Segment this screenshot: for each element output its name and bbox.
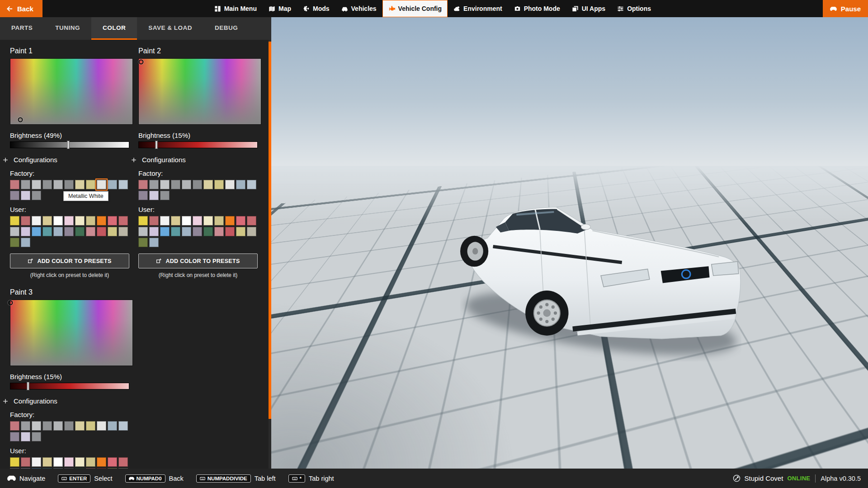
user-swatch[interactable] xyxy=(10,216,19,225)
factory-swatch[interactable] xyxy=(118,180,128,189)
user-swatch[interactable] xyxy=(64,227,74,236)
factory-swatch[interactable] xyxy=(21,432,30,441)
configurations-row[interactable]: Configurations xyxy=(10,156,133,164)
factory-swatch[interactable] xyxy=(160,191,170,200)
brightness-slider[interactable] xyxy=(10,383,129,389)
user-swatch[interactable] xyxy=(64,468,74,469)
user-swatch[interactable] xyxy=(108,227,117,236)
user-swatch[interactable] xyxy=(75,468,85,469)
user-swatch[interactable] xyxy=(32,216,41,225)
user-swatch[interactable] xyxy=(32,457,41,467)
user-swatch[interactable] xyxy=(21,238,30,247)
user-swatch[interactable] xyxy=(236,216,245,225)
tab-parts[interactable]: PARTS xyxy=(0,17,44,40)
factory-swatch[interactable] xyxy=(75,421,85,431)
factory-swatch[interactable] xyxy=(32,180,41,189)
viewport-3d[interactable] xyxy=(271,17,868,469)
factory-swatch[interactable] xyxy=(42,180,52,189)
user-swatch[interactable] xyxy=(97,216,106,225)
factory-swatch[interactable] xyxy=(160,180,170,189)
user-swatch[interactable] xyxy=(42,227,52,236)
user-swatch[interactable] xyxy=(10,468,19,469)
menu-item-ui-apps[interactable]: UI Apps xyxy=(566,0,611,17)
factory-swatch[interactable] xyxy=(64,421,74,431)
user-swatch[interactable] xyxy=(160,216,170,225)
user-swatch[interactable] xyxy=(21,468,30,469)
menu-item-vehicles[interactable]: Vehicles xyxy=(335,0,382,17)
user-swatch[interactable] xyxy=(108,468,117,469)
user-swatch[interactable] xyxy=(236,227,245,236)
user-swatch[interactable] xyxy=(108,216,117,225)
user-swatch[interactable] xyxy=(160,227,170,236)
tab-tuning[interactable]: TUNING xyxy=(44,17,91,40)
user-swatch[interactable] xyxy=(10,238,19,247)
brightness-handle[interactable] xyxy=(27,382,29,390)
factory-swatch[interactable] xyxy=(32,421,41,431)
user-swatch[interactable] xyxy=(75,457,85,467)
user-swatch[interactable] xyxy=(75,216,85,225)
brightness-handle[interactable] xyxy=(67,141,70,149)
user-swatch[interactable] xyxy=(86,216,95,225)
user-swatch[interactable] xyxy=(138,216,148,225)
tab-color[interactable]: COLOR xyxy=(91,17,137,40)
menu-item-vehicle-config[interactable]: Vehicle Config xyxy=(382,0,448,17)
user-swatch[interactable] xyxy=(149,227,159,236)
user-swatch[interactable] xyxy=(32,468,41,469)
factory-swatch[interactable] xyxy=(10,432,19,441)
menu-item-main-menu[interactable]: Main Menu xyxy=(208,0,263,17)
factory-swatch-selected[interactable] xyxy=(97,180,106,189)
user-swatch[interactable] xyxy=(203,216,213,225)
factory-swatch[interactable] xyxy=(236,180,245,189)
factory-swatch[interactable] xyxy=(32,432,41,441)
factory-swatch[interactable] xyxy=(32,191,41,200)
add-color-to-presets-button[interactable]: ADD COLOR TO PRESETS xyxy=(10,253,129,268)
user-swatch[interactable] xyxy=(21,216,30,225)
user-swatch[interactable] xyxy=(118,216,128,225)
factory-swatch[interactable] xyxy=(10,421,19,431)
user-swatch[interactable] xyxy=(214,216,224,225)
factory-swatch[interactable] xyxy=(75,180,85,189)
user-swatch[interactable] xyxy=(21,457,30,467)
factory-swatch[interactable] xyxy=(21,180,30,189)
user-swatch[interactable] xyxy=(149,238,159,247)
factory-swatch[interactable] xyxy=(203,180,213,189)
user-swatch[interactable] xyxy=(75,227,85,236)
factory-swatch[interactable] xyxy=(86,180,95,189)
factory-swatch[interactable] xyxy=(64,180,74,189)
user-swatch[interactable] xyxy=(64,457,74,467)
factory-swatch[interactable] xyxy=(53,180,63,189)
user-swatch[interactable] xyxy=(42,457,52,467)
user-swatch[interactable] xyxy=(53,468,63,469)
user-swatch[interactable] xyxy=(225,216,235,225)
user-swatch[interactable] xyxy=(247,216,256,225)
user-swatch[interactable] xyxy=(42,216,52,225)
user-swatch[interactable] xyxy=(149,216,159,225)
factory-swatch[interactable] xyxy=(53,421,63,431)
menu-item-photo-mode[interactable]: Photo Mode xyxy=(508,0,566,17)
user-swatch[interactable] xyxy=(10,227,19,236)
user-swatch[interactable] xyxy=(118,468,128,469)
user-swatch[interactable] xyxy=(203,227,213,236)
user-swatch[interactable] xyxy=(97,457,106,467)
user-swatch[interactable] xyxy=(193,227,202,236)
user-swatch[interactable] xyxy=(171,227,180,236)
color-gradient-picker[interactable] xyxy=(138,58,261,125)
factory-swatch[interactable] xyxy=(138,191,148,200)
user-swatch[interactable] xyxy=(53,457,63,467)
factory-swatch[interactable] xyxy=(247,180,256,189)
user-swatch[interactable] xyxy=(138,227,148,236)
pause-button[interactable]: Pause xyxy=(823,0,868,17)
brightness-slider[interactable] xyxy=(10,141,129,148)
user-swatch[interactable] xyxy=(138,238,148,247)
user-swatch[interactable] xyxy=(64,216,74,225)
factory-swatch[interactable] xyxy=(149,180,159,189)
user-swatch[interactable] xyxy=(108,457,117,467)
user-swatch[interactable] xyxy=(10,457,19,467)
user-swatch[interactable] xyxy=(225,227,235,236)
user-swatch[interactable] xyxy=(214,227,224,236)
menu-item-environment[interactable]: Environment xyxy=(448,0,508,17)
factory-swatch[interactable] xyxy=(171,180,180,189)
brightness-slider[interactable] xyxy=(138,141,258,148)
configurations-row[interactable]: Configurations xyxy=(10,397,133,405)
factory-swatch[interactable] xyxy=(10,191,19,200)
